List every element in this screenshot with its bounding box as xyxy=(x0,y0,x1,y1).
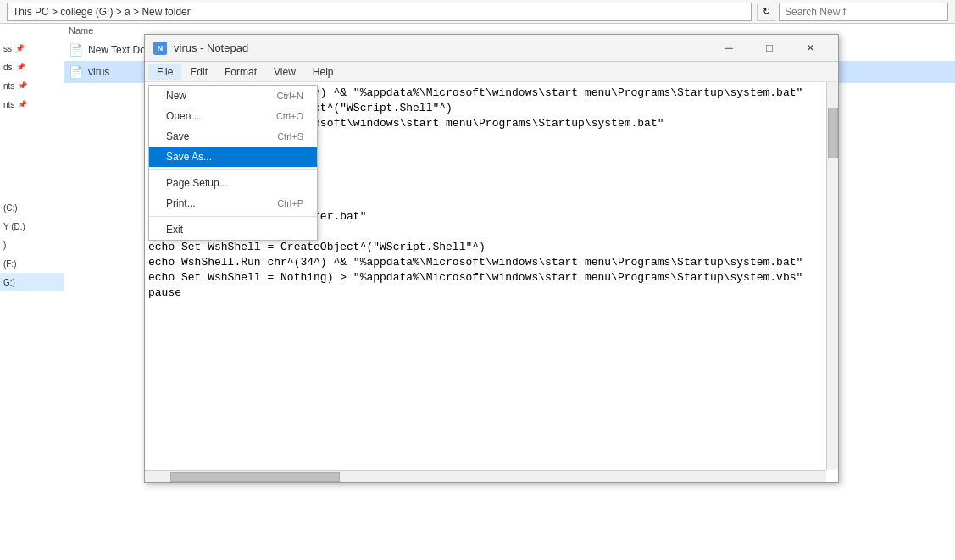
menu-help-label: Help xyxy=(313,66,334,78)
close-button[interactable]: ✕ xyxy=(791,35,830,62)
menu-view[interactable]: View xyxy=(265,64,304,80)
menu-format-label: Format xyxy=(225,66,257,78)
menu-view-label: View xyxy=(274,66,296,78)
file-icon-virus: 📄 xyxy=(69,65,83,79)
sidebar-label: ) xyxy=(3,241,6,250)
menu-open-label: Open... xyxy=(166,110,199,122)
sidebar-label: (F:) xyxy=(3,259,17,269)
menu-new[interactable]: New Ctrl+N xyxy=(149,86,317,106)
sidebar-item-g[interactable]: G:) xyxy=(0,273,64,291)
menu-new-label: New xyxy=(166,90,186,102)
sidebar-item-f[interactable]: (F:) xyxy=(0,254,64,273)
scrollbar-thumb-h[interactable] xyxy=(170,472,340,482)
notepad-window: N virus - Notepad ─ □ ✕ File New Ctrl+N … xyxy=(144,34,839,483)
name-column-header: Name xyxy=(64,24,98,37)
refresh-button[interactable]: ↻ xyxy=(757,3,775,21)
menu-save[interactable]: Save Ctrl+S xyxy=(149,126,317,147)
menu-format[interactable]: Format xyxy=(216,64,265,80)
address-bar: This PC > college (G:) > a > New folder … xyxy=(0,0,955,24)
menu-file-label: File xyxy=(157,66,173,78)
horizontal-scrollbar[interactable] xyxy=(145,470,826,482)
sidebar-label: (C:) xyxy=(3,203,18,213)
maximize-button[interactable]: □ xyxy=(750,35,789,62)
menu-bar: File New Ctrl+N Open... Ctrl+O Save Ctrl… xyxy=(145,62,838,82)
notepad-title: virus - Notepad xyxy=(174,42,709,54)
vertical-scrollbar[interactable] xyxy=(826,82,838,470)
sidebar-item-nts1[interactable]: nts 📌 xyxy=(0,76,64,95)
sidebar-item-ss[interactable]: ss 📌 xyxy=(0,39,64,58)
notepad-app-icon: N xyxy=(153,42,167,55)
sidebar-label: ss xyxy=(3,44,12,53)
menu-page-setup-label: Page Setup... xyxy=(166,177,228,189)
address-text: This PC > college (G:) > a > New folder xyxy=(13,6,191,18)
menu-exit[interactable]: Exit xyxy=(149,219,317,240)
sidebar-label: nts xyxy=(3,100,14,109)
menu-open[interactable]: Open... Ctrl+O xyxy=(149,106,317,126)
sidebar-label: Y (D:) xyxy=(3,222,25,231)
sidebar-item-d[interactable]: Y (D:) xyxy=(0,217,64,236)
title-buttons: ─ □ ✕ xyxy=(709,35,830,62)
sidebar-label: G:) xyxy=(3,278,15,287)
menu-edit-label: Edit xyxy=(190,66,208,78)
sidebar-item-nts2[interactable]: nts 📌 xyxy=(0,95,64,114)
address-path[interactable]: This PC > college (G:) > a > New folder xyxy=(7,3,752,21)
sidebar-item-paren[interactable]: ) xyxy=(0,236,64,254)
sidebar-label: ds xyxy=(3,63,13,72)
sidebar-label: nts xyxy=(3,81,14,91)
address-controls: ↻ xyxy=(757,3,948,21)
file-dropdown: New Ctrl+N Open... Ctrl+O Save Ctrl+S Sa… xyxy=(148,85,318,241)
minimize-button[interactable]: ─ xyxy=(709,35,748,62)
title-bar[interactable]: N virus - Notepad ─ □ ✕ xyxy=(145,35,838,62)
menu-page-setup[interactable]: Page Setup... xyxy=(149,173,317,193)
scrollbar-thumb-v[interactable] xyxy=(828,108,838,158)
sidebar-item-c[interactable]: (C:) xyxy=(0,198,64,217)
menu-new-shortcut: Ctrl+N xyxy=(277,91,303,101)
menu-separator-1 xyxy=(149,169,317,170)
pin-icon: 📌 xyxy=(18,81,27,90)
menu-open-shortcut: Ctrl+O xyxy=(276,111,303,121)
left-pane: ss 📌 ds 📌 nts 📌 nts 📌 (C:) Y (D:) ) (F:) xyxy=(0,39,64,291)
menu-save-as-label: Save As... xyxy=(166,151,212,163)
menu-print-shortcut: Ctrl+P xyxy=(277,198,303,208)
notepad-icon-letter: N xyxy=(158,44,164,53)
menu-exit-label: Exit xyxy=(166,224,183,236)
search-input[interactable] xyxy=(779,3,948,21)
pin-icon: 📌 xyxy=(18,100,27,108)
sidebar-item-ds[interactable]: ds 📌 xyxy=(0,58,64,76)
menu-save-shortcut: Ctrl+S xyxy=(277,131,303,141)
file-icon-doc: 📄 xyxy=(69,43,83,57)
menu-save-label: Save xyxy=(166,130,189,142)
menu-print[interactable]: Print... Ctrl+P xyxy=(149,193,317,213)
menu-separator-2 xyxy=(149,216,317,217)
menu-help[interactable]: Help xyxy=(304,64,342,80)
menu-save-as[interactable]: Save As... xyxy=(149,147,317,167)
pin-icon: 📌 xyxy=(16,63,25,71)
menu-print-label: Print... xyxy=(166,197,196,209)
menu-file[interactable]: File New Ctrl+N Open... Ctrl+O Save Ctrl… xyxy=(148,64,181,80)
menu-edit[interactable]: Edit xyxy=(181,64,216,80)
pin-icon: 📌 xyxy=(15,44,25,53)
